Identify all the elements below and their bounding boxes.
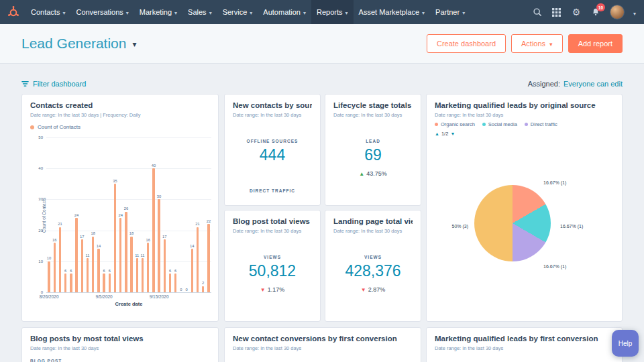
bar[interactable] bbox=[147, 243, 150, 292]
notifications-bell-icon[interactable]: 10 bbox=[590, 7, 601, 17]
report-card-blog-posts-by-most-total-views: Blog posts by most total views Date rang… bbox=[21, 327, 219, 362]
bar[interactable] bbox=[191, 249, 194, 292]
card-title[interactable]: Blog posts by most total views bbox=[30, 335, 210, 343]
bar-value-label: 14 bbox=[190, 244, 194, 248]
y-tick-label: 20 bbox=[38, 229, 43, 233]
assigned-value-link[interactable]: Everyone can edit bbox=[564, 80, 623, 88]
bar[interactable] bbox=[59, 227, 62, 292]
chevron-down-icon bbox=[303, 8, 306, 16]
card-title[interactable]: Lifecycle stage totals bbox=[333, 101, 413, 109]
bar[interactable] bbox=[152, 168, 155, 292]
bar[interactable] bbox=[70, 274, 72, 292]
legend-page-down-icon[interactable] bbox=[450, 131, 455, 137]
bar-value-label: 11 bbox=[135, 253, 139, 257]
legend-item-direct-traffic[interactable]: Direct traffic bbox=[525, 121, 557, 127]
nav-item-automation[interactable]: Automation bbox=[258, 0, 311, 24]
card-title[interactable]: Contacts created bbox=[30, 101, 210, 109]
legend-label: Organic search bbox=[441, 121, 475, 127]
kpi-value[interactable]: 428,376 bbox=[325, 262, 421, 280]
y-tick-label: 10 bbox=[38, 259, 43, 263]
card-meta: Date range: In the last 30 days bbox=[435, 112, 614, 118]
pie-chart[interactable] bbox=[474, 185, 551, 261]
bar[interactable] bbox=[119, 218, 122, 292]
dashboard-picker-caret-icon[interactable] bbox=[132, 38, 136, 50]
bar[interactable] bbox=[114, 184, 117, 292]
bar[interactable] bbox=[136, 258, 139, 292]
nav-item-partner[interactable]: Partner bbox=[430, 0, 470, 24]
bar[interactable] bbox=[197, 227, 199, 292]
card-title[interactable]: New contacts by source bbox=[233, 101, 312, 109]
settings-gear-icon[interactable]: ⚙ bbox=[571, 7, 582, 17]
change-value: 1.17% bbox=[268, 286, 285, 293]
bar[interactable] bbox=[54, 243, 56, 292]
bar[interactable] bbox=[75, 218, 78, 292]
nav-item-asset-marketplace[interactable]: Asset Marketplace bbox=[354, 0, 431, 24]
bar[interactable] bbox=[130, 237, 133, 292]
bar[interactable] bbox=[169, 274, 172, 292]
bar-value-label: 6 bbox=[103, 269, 105, 273]
nav-item-sales[interactable]: Sales bbox=[182, 0, 217, 24]
bar[interactable] bbox=[109, 274, 111, 292]
kpi-value[interactable]: 50,812 bbox=[225, 262, 320, 280]
bar[interactable] bbox=[125, 212, 127, 292]
nav-item-contacts[interactable]: Contacts bbox=[25, 0, 70, 24]
legend-item-organic-search[interactable]: Organic search bbox=[435, 121, 475, 127]
filter-dashboard-link[interactable]: Filter dashboard bbox=[21, 80, 87, 88]
report-card-contacts-created: Contacts created Date range: In the last… bbox=[21, 94, 219, 322]
pie-slice-label: 16.67% (1) bbox=[560, 224, 583, 229]
search-icon[interactable] bbox=[532, 7, 543, 17]
actions-label: Actions bbox=[521, 40, 545, 48]
card-title[interactable]: Blog post total views a... bbox=[233, 217, 312, 225]
add-report-button[interactable]: Add report bbox=[568, 34, 623, 53]
bar[interactable] bbox=[142, 258, 144, 292]
card-meta: Date range: In the last 30 days bbox=[435, 345, 614, 351]
bar[interactable] bbox=[202, 286, 205, 292]
card-title[interactable]: Landing page total vie... bbox=[333, 217, 413, 225]
bar[interactable] bbox=[174, 274, 177, 292]
bar[interactable] bbox=[87, 258, 89, 292]
kpi-value[interactable]: 444 bbox=[225, 146, 320, 164]
bar[interactable] bbox=[103, 274, 105, 292]
card-title[interactable]: Marketing qualified leads by original so… bbox=[435, 101, 614, 109]
help-button[interactable]: Help bbox=[612, 330, 639, 357]
card-title[interactable]: Marketing qualified leads by first conve… bbox=[435, 335, 614, 343]
legend-item-social-media[interactable]: Social media bbox=[482, 121, 517, 127]
trend-up-icon bbox=[359, 171, 364, 177]
add-report-label: Add report bbox=[578, 40, 612, 48]
bar-value-label: 24 bbox=[118, 213, 122, 217]
x-axis-title: Create date bbox=[115, 301, 143, 307]
kpi-label: LEAD bbox=[325, 139, 421, 143]
bar[interactable] bbox=[81, 239, 84, 292]
bar[interactable] bbox=[97, 249, 100, 292]
app-screen: ContactsConversationsMarketingSalesServi… bbox=[0, 0, 644, 362]
card-head: Blog posts by most total views Date rang… bbox=[22, 328, 218, 351]
nav-item-conversations[interactable]: Conversations bbox=[70, 0, 133, 24]
table-column-header[interactable]: BLOG POST bbox=[30, 359, 62, 362]
bar[interactable] bbox=[92, 237, 95, 292]
assigned-label: Assigned: bbox=[528, 80, 560, 88]
bar[interactable] bbox=[207, 224, 210, 292]
user-avatar[interactable] bbox=[610, 5, 625, 19]
legend-page-up-icon[interactable] bbox=[435, 131, 439, 137]
create-dashboard-button[interactable]: Create dashboard bbox=[427, 34, 506, 53]
nav-item-label: Service bbox=[223, 8, 248, 16]
kpi-change: 43.75% bbox=[325, 170, 421, 177]
bar[interactable] bbox=[164, 239, 166, 292]
nav-item-reports[interactable]: Reports bbox=[311, 0, 354, 24]
hubspot-logo[interactable] bbox=[0, 5, 25, 19]
kpi-value[interactable]: 69 bbox=[325, 146, 421, 164]
actions-button[interactable]: Actions bbox=[511, 34, 563, 53]
nav-item-marketing[interactable]: Marketing bbox=[134, 0, 182, 24]
bar-value-label: 22 bbox=[207, 219, 211, 223]
marketplace-grid-icon[interactable] bbox=[551, 7, 562, 17]
bar[interactable] bbox=[48, 261, 50, 292]
card-meta: Date range: In the last 30 days bbox=[333, 112, 413, 118]
page-title[interactable]: Lead Generation bbox=[21, 36, 126, 52]
bar-legend-dot bbox=[30, 125, 34, 129]
bar[interactable] bbox=[64, 274, 67, 292]
nav-item-service[interactable]: Service bbox=[217, 0, 258, 24]
chevron-down-icon[interactable] bbox=[633, 6, 636, 18]
card-title[interactable]: New contact conversions by first convers… bbox=[233, 335, 413, 343]
kpi-views: VIEWS 50,812 1.17% bbox=[225, 255, 320, 293]
bar[interactable] bbox=[158, 199, 160, 292]
